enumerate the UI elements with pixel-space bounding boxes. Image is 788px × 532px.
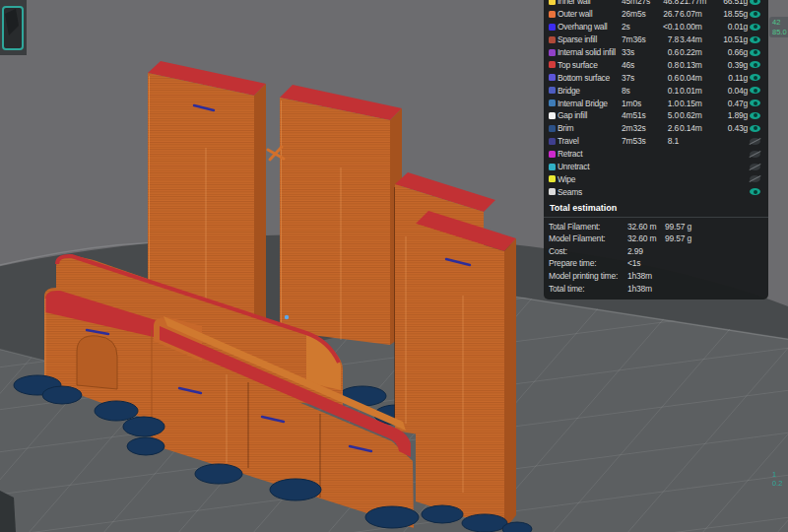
plate-thumbnail-image [5,9,19,35]
visibility-eye-icon[interactable] [750,151,760,158]
corner-hint-line2: 0.2 [772,479,782,488]
feature-color-chip [549,0,556,5]
visibility-eye-icon[interactable] [750,74,760,81]
slicer-preview-window: Inner wall 45m27s 46.8 21.77m 66.51g Out… [0,0,788,532]
total-label: Total time: [549,284,627,294]
feature-color-chip [549,175,556,182]
feature-percent: 5.0 [658,110,679,120]
feature-time: 37s [622,73,657,83]
feature-length: 0.00m [680,22,712,32]
feature-label: Internal Bridge [558,99,621,108]
total-value-1: 32.60 m [627,233,665,243]
feature-length: 0.01m [680,86,712,96]
feature-percent: 46.8 [658,0,679,6]
feature-color-chip [549,112,556,119]
feature-percent: 1.0 [658,99,679,108]
feature-label: Outer wall [558,9,621,19]
feature-time: 2m32s [622,123,657,133]
feature-label: Seams [558,187,621,197]
legend-row: Retract [549,148,763,161]
total-value-2: 99.57 g [665,222,763,232]
legend-row: Internal solid infill 33s 0.6 0.22m 0.66… [549,46,763,59]
feature-length: 21.77m [680,0,712,6]
feature-label: Bottom surface [558,73,621,83]
feature-color-chip [549,74,556,81]
visibility-eye-icon[interactable] [750,11,760,18]
visibility-eye-icon[interactable] [750,49,760,56]
feature-legend-table: Inner wall 45m27s 46.8 21.77m 66.51g Out… [549,0,763,198]
feature-label: Overhang wall [558,22,621,32]
feature-percent: 26.7 [658,9,679,19]
feature-weight: 0.01g [713,22,748,32]
legend-row: Outer wall 26m5s 26.7 6.07m 18.55g [549,8,763,21]
feature-label: Internal solid infill [558,47,621,57]
visibility-eye-icon[interactable] [750,61,760,68]
visibility-eye-icon[interactable] [750,175,760,182]
legend-row: Top surface 46s 0.8 0.13m 0.39g [549,58,763,71]
feature-label: Retract [558,149,621,159]
total-value-1: 2.99 [627,246,665,256]
feature-color-chip [549,36,556,43]
feature-time: 7m53s [622,136,657,146]
visibility-eye-icon[interactable] [750,36,760,43]
legend-row: Bridge 8s 0.1 0.01m 0.04g [549,84,763,97]
feature-length: 0.13m [680,60,712,70]
total-row: Prepare time: <1s [549,257,763,270]
legend-row: Wipe [549,172,763,185]
feature-label: Gap infill [558,110,621,120]
model-panel-back-4[interactable] [416,211,516,530]
total-row: Total time: 1h38m [549,282,763,295]
feature-label: Bridge [558,86,621,96]
total-value-2: 99.57 g [665,233,763,243]
visibility-eye-icon[interactable] [750,164,760,170]
total-row: Model printing time: 1h38m [549,270,763,283]
feature-label: Top surface [558,60,621,70]
feature-time: 2s [622,22,657,32]
corner-hint-text: 1 0.2 [772,470,782,488]
feature-length: 6.07m [680,9,712,19]
visibility-eye-icon[interactable] [750,112,760,119]
feature-weight: 66.51g [713,0,748,6]
feature-time: 1m0s [622,99,657,108]
feature-percent: 0.1 [658,86,679,96]
feature-label: Brim [558,123,621,133]
speed-value-line2: 85.0 [772,28,788,37]
feature-length: 0.14m [680,123,712,133]
speed-value-tooltip: 42 85.0 [769,17,788,37]
visibility-eye-icon[interactable] [750,24,760,31]
blue-dot-marker [285,315,289,319]
speed-value-line1: 42 [772,18,788,28]
feature-weight: 18.55g [713,9,748,19]
feature-percent: 2.6 [658,123,679,133]
total-label: Total Filament: [549,222,627,232]
slicing-stats-panel: Inner wall 45m27s 46.8 21.77m 66.51g Out… [544,0,768,299]
feature-weight: 10.51g [713,34,748,44]
feature-percent: 0.6 [658,73,679,83]
visibility-eye-icon[interactable] [750,125,760,132]
feature-length: 0.15m [680,99,712,108]
feature-color-chip [549,100,556,106]
visibility-eye-icon[interactable] [750,138,760,145]
feature-color-chip [549,125,556,132]
feature-time: 46s [622,60,657,70]
visibility-eye-icon[interactable] [750,100,760,106]
panel-divider [544,217,768,218]
legend-row: Travel 7m53s 8.1 [549,135,763,148]
legend-row: Overhang wall 2s <0.1 0.00m 0.01g [549,21,763,33]
legend-row: Internal Bridge 1m0s 1.0 0.15m 0.47g [549,97,763,109]
visibility-eye-icon[interactable] [750,87,760,94]
legend-row: Sparse infill 7m36s 7.8 3.44m 10.51g [549,33,763,46]
total-value-1: 1h38m [627,284,665,294]
feature-color-chip [549,11,556,18]
legend-row: Inner wall 45m27s 46.8 21.77m 66.51g [549,0,763,8]
feature-length: 0.22m [680,47,712,57]
feature-time: 26m5s [622,9,657,19]
visibility-eye-icon[interactable] [750,188,760,195]
plate-thumbnail-selected[interactable] [2,6,24,50]
feature-weight: 0.11g [713,73,748,83]
visibility-eye-icon[interactable] [750,0,760,5]
model-panel-back-2[interactable] [280,85,402,345]
total-label: Cost: [549,246,627,256]
total-label: Prepare time: [549,258,627,268]
feature-color-chip [549,61,556,68]
